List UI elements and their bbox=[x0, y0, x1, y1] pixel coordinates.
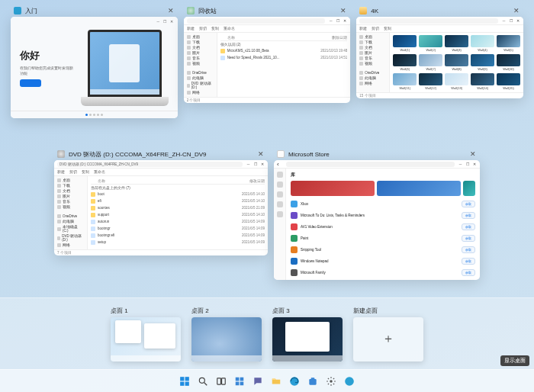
list-item[interactable]: Wall(2) bbox=[419, 35, 442, 52]
cta-button[interactable] bbox=[20, 79, 41, 87]
app-icon[interactable] bbox=[342, 374, 357, 389]
list-item[interactable]: Wall(12) bbox=[419, 73, 442, 90]
settings-icon[interactable] bbox=[323, 374, 339, 389]
explorer-icon[interactable] bbox=[269, 374, 284, 389]
list-item[interactable]: Wall(14) bbox=[471, 73, 494, 90]
sidebar-item[interactable]: 文档 bbox=[57, 189, 84, 193]
toolbar-item[interactable]: 剪切 bbox=[372, 27, 379, 31]
store-taskbar-icon[interactable] bbox=[305, 374, 320, 389]
file-list[interactable]: 名称修改日期 当前在光盘上的文件 (7) boot2021/6/5 14:10 … bbox=[88, 176, 268, 249]
virtual-desktop[interactable]: 桌面 1 bbox=[111, 307, 181, 361]
virtual-desktop[interactable]: 桌面 3 bbox=[272, 307, 343, 361]
list-item[interactable]: Wall(15) bbox=[497, 73, 520, 90]
list-item[interactable]: Wall(7) bbox=[419, 54, 442, 71]
list-item[interactable]: Wall(5) bbox=[497, 35, 520, 52]
toolbar-item[interactable]: 剪切 bbox=[199, 27, 207, 31]
sidebar-item[interactable]: 音乐 bbox=[359, 56, 386, 60]
list-item[interactable]: Wall(9) bbox=[471, 54, 494, 71]
window-thumbnail[interactable]: ‹─☐✕ 库 Xbox获取 Microso bbox=[274, 160, 480, 280]
list-item[interactable]: Wall(4) bbox=[471, 35, 494, 52]
explorer-sidebar[interactable]: 桌面 下载 文档 图片 音乐 视频 OneDrive 此电脑 DVD 驱动器 (… bbox=[184, 33, 217, 97]
hero-tile[interactable] bbox=[291, 181, 375, 196]
window-thumbnail[interactable]: DVD 驱动器 (D:) CCCOMA_X64FRE_ZH-CN_DV9─☐✕ … bbox=[54, 160, 268, 255]
list-item[interactable]: bootmgr2021/6/5 14:09 bbox=[91, 225, 265, 232]
sidebar-item[interactable]: 网络 bbox=[359, 82, 386, 85]
window-tile-intro[interactable]: 入门 ✕ ─☐✕ 你好 在我们帮助您完成设置时发现新功能 bbox=[11, 6, 178, 118]
sidebar-item[interactable]: 此电脑 bbox=[359, 76, 386, 80]
list-item[interactable]: Xbox获取 bbox=[291, 199, 475, 208]
install-button[interactable]: 获取 bbox=[462, 235, 475, 242]
install-button[interactable]: 获取 bbox=[462, 212, 475, 219]
list-item[interactable]: Wall(13) bbox=[445, 73, 468, 90]
toolbar-item[interactable]: 重命名 bbox=[224, 27, 235, 31]
address-bar[interactable] bbox=[359, 18, 498, 24]
toolbar-item[interactable]: 新建 bbox=[57, 170, 65, 174]
sidebar-item[interactable]: DVD 驱动器 (D:) bbox=[187, 82, 214, 89]
sidebar-item[interactable]: 音乐 bbox=[57, 200, 84, 204]
list-item[interactable]: support2021/6/5 14:10 bbox=[91, 211, 265, 218]
sidebar-item[interactable]: 此电脑 bbox=[187, 76, 214, 80]
edge-icon[interactable] bbox=[287, 374, 302, 389]
new-desktop[interactable]: 新建桌面 ＋ bbox=[353, 307, 423, 361]
sidebar-item[interactable]: 视频 bbox=[187, 62, 214, 66]
desktop-thumbnail[interactable] bbox=[111, 317, 181, 361]
new-desktop-button[interactable]: ＋ bbox=[353, 317, 423, 361]
close-icon[interactable]: ✕ bbox=[469, 150, 477, 158]
back-icon[interactable]: ‹ bbox=[277, 161, 283, 168]
list-item[interactable]: Need for Speed_Rivals 2021_10...2021/10/… bbox=[220, 54, 348, 61]
sidebar-item[interactable]: 图片 bbox=[187, 51, 214, 55]
list-item[interactable]: setup2021/6/5 14:09 bbox=[91, 239, 265, 246]
list-item[interactable]: MicroKMS_v21.10.08_Beta2021/10/13 19:48 bbox=[220, 47, 348, 54]
sidebar-item[interactable]: 音乐 bbox=[187, 56, 214, 60]
sidebar-item[interactable]: 下载 bbox=[57, 184, 84, 188]
taskview-icon[interactable] bbox=[214, 374, 229, 389]
list-item[interactable]: AV1 Video Extension获取 bbox=[291, 222, 475, 231]
sidebar-item[interactable]: 视频 bbox=[57, 205, 84, 209]
list-item[interactable]: autorun2021/6/5 14:09 bbox=[91, 218, 265, 225]
toolbar-item[interactable]: 新建 bbox=[187, 27, 195, 31]
search-icon[interactable] bbox=[195, 374, 211, 389]
sidebar-item[interactable]: 桌面 bbox=[359, 35, 386, 39]
sidebar-item[interactable]: 文档 bbox=[187, 46, 214, 50]
sidebar-item[interactable]: 下载 bbox=[187, 40, 214, 44]
list-item[interactable]: Wall(10) bbox=[497, 54, 520, 71]
sidebar-item[interactable]: 下载 bbox=[359, 40, 386, 44]
install-button[interactable]: 获取 bbox=[462, 269, 475, 276]
window-thumbnail[interactable]: ─☐✕ 你好 在我们帮助您完成设置时发现新功能 bbox=[11, 17, 178, 118]
list-item[interactable]: Snipping Tool获取 bbox=[291, 245, 475, 254]
sidebar-item[interactable]: 文档 bbox=[359, 46, 386, 50]
list-item[interactable]: Wall(6) bbox=[393, 54, 417, 71]
store-nav[interactable] bbox=[274, 169, 286, 280]
sidebar-item[interactable]: 图片 bbox=[359, 51, 386, 55]
toolbar-item[interactable]: 重命名 bbox=[94, 170, 105, 174]
address-bar[interactable] bbox=[187, 18, 326, 24]
toolbar-item[interactable]: 复制 bbox=[384, 27, 391, 31]
window-tile-store[interactable]: Microsoft Store ✕ ‹─☐✕ 库 bbox=[274, 149, 480, 280]
install-button[interactable]: 获取 bbox=[462, 246, 475, 253]
thumbnail-grid[interactable]: Wall(1) Wall(2) Wall(3) Wall(4) Wall(5) … bbox=[390, 33, 523, 92]
window-tile-recycle[interactable]: 回收站 ✕ ─☐✕ 新建 剪切 复制 重命名 桌面 下载 bbox=[184, 6, 351, 103]
toolbar-item[interactable]: 剪切 bbox=[69, 170, 77, 174]
close-icon[interactable]: ✕ bbox=[513, 7, 520, 14]
list-item[interactable]: Wall(8) bbox=[445, 54, 468, 71]
close-icon[interactable]: ✕ bbox=[167, 7, 175, 14]
file-list[interactable]: 名称删除日期 很久以前 (2) MicroKMS_v21.10.08_Beta2… bbox=[217, 33, 351, 97]
hero-tile[interactable] bbox=[463, 181, 475, 196]
desktop-thumbnail[interactable] bbox=[272, 317, 343, 361]
window-tile-dvd[interactable]: DVD 驱动器 (D:) CCCOMA_X64FRE_ZH-CN_DV9 ✕ D… bbox=[54, 149, 268, 255]
install-button[interactable]: 获取 bbox=[462, 223, 475, 230]
sidebar-item[interactable]: 网络 bbox=[187, 91, 214, 95]
list-item[interactable]: Paint获取 bbox=[291, 233, 475, 243]
toolbar-item[interactable]: 新建 bbox=[359, 27, 367, 31]
window-tile-4k[interactable]: 4K ✕ ─☐✕ 新建 剪切 复制 桌面 下载 文档 bbox=[356, 6, 523, 98]
window-thumbnail[interactable]: ─☐✕ 新建 剪切 复制 桌面 下载 文档 图片 音乐 视频 bbox=[356, 17, 523, 98]
desktop-thumbnail[interactable] bbox=[191, 317, 262, 361]
list-item[interactable]: Windows Notepad获取 bbox=[291, 256, 475, 265]
sidebar-item[interactable]: OneDrive bbox=[57, 214, 84, 218]
start-button[interactable] bbox=[177, 374, 192, 389]
address-bar[interactable]: DVD 驱动器 (D:) CCCOMA_X64FRE_ZH-CN_DV9 bbox=[57, 162, 243, 167]
sidebar-item[interactable]: 视频 bbox=[359, 62, 386, 66]
explorer-sidebar[interactable]: 桌面 下载 文档 图片 音乐 视频 OneDrive 此电脑 本地磁盘 (C:)… bbox=[54, 176, 88, 249]
search-input[interactable] bbox=[286, 162, 455, 167]
sidebar-item[interactable]: 本地磁盘 (C:) bbox=[57, 225, 84, 233]
